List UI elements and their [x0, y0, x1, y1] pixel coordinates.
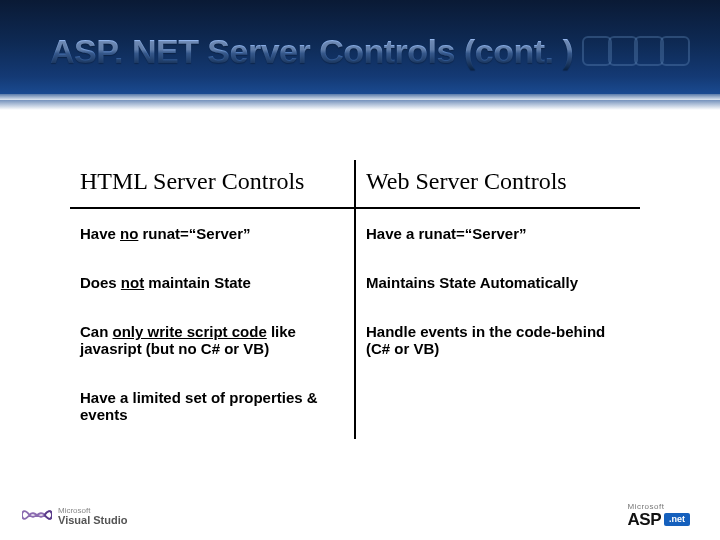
table-cell-right: Have a runat=“Server”: [355, 208, 640, 258]
table-cell-left: Does not maintain State: [70, 258, 355, 307]
comparison-table: HTML Server Controls Web Server Controls…: [70, 160, 640, 439]
net-badge: .net: [664, 513, 690, 526]
underlined-text: not: [121, 274, 144, 291]
col-header-web: Web Server Controls: [355, 160, 640, 208]
table-cell-right: Maintains State Automatically: [355, 258, 640, 307]
underlined-text: no: [120, 225, 138, 242]
col-header-html: HTML Server Controls: [70, 160, 355, 208]
visual-studio-logo: Microsoft Visual Studio: [22, 504, 127, 528]
header-bevel: [0, 94, 720, 100]
aspnet-logo: Microsoft ASP .net: [628, 503, 690, 528]
table-cell-left: Have a limited set of properties & event…: [70, 373, 355, 439]
table-cell-right: [355, 373, 640, 439]
vs-label: Visual Studio: [58, 515, 127, 526]
asp-label: ASP: [628, 511, 661, 528]
slide-title: ASP. NET Server Controls (cont. ): [50, 32, 670, 71]
infinity-icon: [22, 504, 52, 528]
table-cell-left: Have no runat=“Server”: [70, 208, 355, 258]
underlined-text: only write script code: [113, 323, 267, 340]
table-cell-right: Handle events in the code-behind (C# or …: [355, 307, 640, 373]
table-cell-left: Can only write script code like javasrip…: [70, 307, 355, 373]
